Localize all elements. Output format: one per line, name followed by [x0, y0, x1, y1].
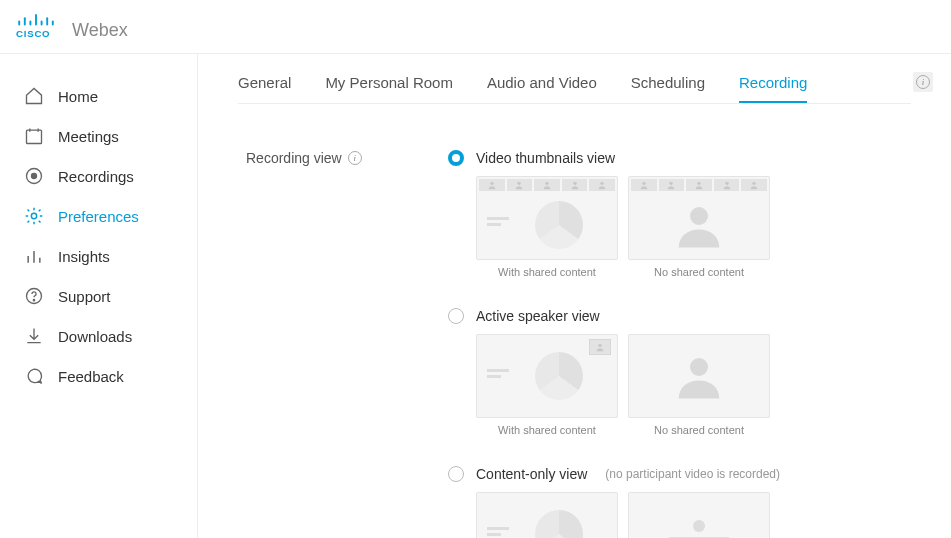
- tab-general[interactable]: General: [238, 68, 291, 103]
- svg-point-27: [725, 182, 728, 185]
- sidebar-item-label: Meetings: [58, 128, 119, 145]
- option-active-speaker: Active speaker view With share: [448, 308, 911, 436]
- bar-chart-icon: [24, 246, 44, 266]
- radio-active-speaker[interactable]: [448, 308, 464, 324]
- tab-scheduling[interactable]: Scheduling: [631, 68, 705, 103]
- svg-point-28: [753, 182, 756, 185]
- option-note: (no participant video is recorded): [605, 467, 780, 481]
- svg-point-21: [545, 182, 548, 185]
- avatar-icon: [672, 198, 726, 252]
- svg-point-20: [518, 182, 521, 185]
- download-icon: [24, 326, 44, 346]
- preview-noshared-content: [628, 492, 770, 538]
- svg-point-12: [32, 174, 37, 179]
- sidebar-item-downloads[interactable]: Downloads: [0, 316, 197, 356]
- preview-shared-thumb: [476, 176, 618, 260]
- calendar-icon: [24, 126, 44, 146]
- main-content: General My Personal Room Audio and Video…: [198, 54, 951, 538]
- option-title: Video thumbnails view: [476, 150, 615, 166]
- sidebar-item-home[interactable]: Home: [0, 76, 197, 116]
- svg-point-19: [490, 182, 493, 185]
- info-icon[interactable]: i: [348, 151, 362, 165]
- chat-icon: [24, 366, 44, 386]
- cisco-logo-icon: CISCO: [16, 13, 64, 41]
- radio-content-only[interactable]: [448, 466, 464, 482]
- tab-bar: General My Personal Room Audio and Video…: [238, 68, 911, 104]
- mini-avatar-icon: [589, 339, 611, 355]
- avatar-icon: [672, 349, 726, 403]
- gear-icon: [24, 206, 44, 226]
- option-title: Content-only view: [476, 466, 587, 482]
- preview-caption: With shared content: [498, 260, 596, 278]
- sidebar-item-label: Recordings: [58, 168, 134, 185]
- sidebar-item-preferences[interactable]: Preferences: [0, 196, 197, 236]
- setting-label: Recording view i: [246, 150, 448, 166]
- preview-shared-content: [476, 492, 618, 538]
- sidebar-item-label: Downloads: [58, 328, 132, 345]
- preview-noshared-speaker: [628, 334, 770, 418]
- sidebar-item-meetings[interactable]: Meetings: [0, 116, 197, 156]
- preview-caption: No shared content: [654, 260, 744, 278]
- sidebar: Home Meetings Recordings Preferences Ins…: [0, 54, 198, 538]
- tab-audio-video[interactable]: Audio and Video: [487, 68, 597, 103]
- svg-point-24: [642, 182, 645, 185]
- svg-rect-8: [27, 130, 42, 143]
- sidebar-item-label: Insights: [58, 248, 110, 265]
- preview-caption: With shared content: [498, 418, 596, 436]
- svg-point-29: [690, 207, 708, 225]
- svg-point-31: [690, 358, 708, 376]
- sidebar-item-label: Feedback: [58, 368, 124, 385]
- svg-point-30: [598, 344, 601, 347]
- app-header: CISCO Webex: [0, 0, 951, 54]
- sidebar-item-label: Preferences: [58, 208, 139, 225]
- option-video-thumbnails: Video thumbnails view: [448, 150, 911, 278]
- setting-label-text: Recording view: [246, 150, 342, 166]
- svg-point-22: [573, 182, 576, 185]
- preview-noshared-thumb: [628, 176, 770, 260]
- svg-point-25: [670, 182, 673, 185]
- tab-personal-room[interactable]: My Personal Room: [325, 68, 453, 103]
- svg-point-18: [33, 300, 34, 301]
- tab-recording[interactable]: Recording: [739, 68, 807, 103]
- placeholder-icon: [669, 520, 729, 539]
- sidebar-item-label: Support: [58, 288, 111, 305]
- record-icon: [24, 166, 44, 186]
- sidebar-item-recordings[interactable]: Recordings: [0, 156, 197, 196]
- home-icon: [24, 86, 44, 106]
- option-title: Active speaker view: [476, 308, 600, 324]
- sidebar-item-label: Home: [58, 88, 98, 105]
- option-content-only: Content-only view (no participant video …: [448, 466, 911, 538]
- sidebar-item-insights[interactable]: Insights: [0, 236, 197, 276]
- svg-point-13: [31, 213, 36, 218]
- help-icon: [24, 286, 44, 306]
- preview-caption: No shared content: [654, 418, 744, 436]
- svg-point-23: [601, 182, 604, 185]
- svg-text:CISCO: CISCO: [16, 28, 50, 39]
- brand-logo: CISCO Webex: [16, 13, 128, 41]
- sidebar-item-feedback[interactable]: Feedback: [0, 356, 197, 396]
- radio-video-thumbnails[interactable]: [448, 150, 464, 166]
- svg-point-26: [697, 182, 700, 185]
- sidebar-item-support[interactable]: Support: [0, 276, 197, 316]
- info-icon[interactable]: i: [913, 72, 933, 92]
- preview-shared-speaker: [476, 334, 618, 418]
- product-name: Webex: [72, 20, 128, 41]
